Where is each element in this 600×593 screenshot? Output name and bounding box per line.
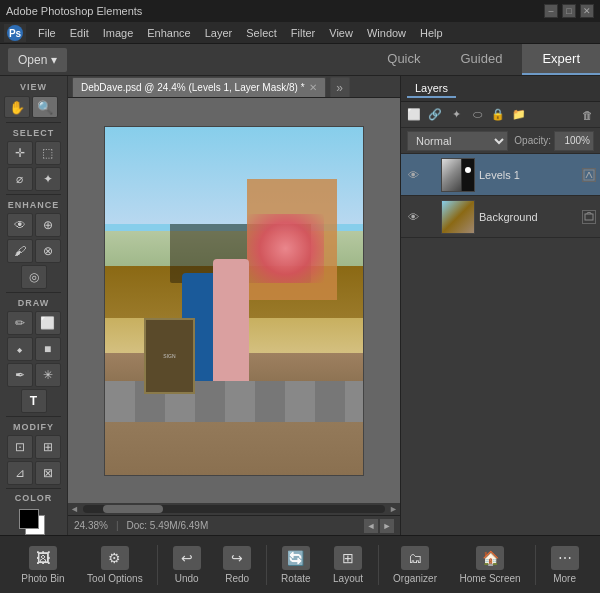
- magic-wand-tool[interactable]: ✦: [35, 167, 61, 191]
- svg-text:Ps: Ps: [9, 28, 22, 39]
- open-button[interactable]: Open ▾: [8, 48, 67, 72]
- menu-filter[interactable]: Filter: [285, 25, 321, 41]
- tab-quick[interactable]: Quick: [367, 44, 440, 75]
- layer-item-background[interactable]: 👁 Background: [401, 196, 600, 238]
- canvas-tab-label: DebDave.psd @ 24.4% (Levels 1, Layer Mas…: [81, 82, 305, 93]
- close-button[interactable]: ✕: [580, 4, 594, 18]
- tab-expert[interactable]: Expert: [522, 44, 600, 75]
- tabs-more-button[interactable]: »: [330, 77, 350, 97]
- content-move-tool[interactable]: ⊠: [35, 461, 61, 485]
- menu-layer[interactable]: Layer: [199, 25, 239, 41]
- paint-bucket-tool[interactable]: ⬥: [7, 337, 33, 361]
- move-tool[interactable]: ✛: [7, 141, 33, 165]
- blend-mode-select[interactable]: Normal Multiply Screen Overlay: [407, 131, 508, 151]
- app-title: Adobe Photoshop Elements: [6, 5, 142, 17]
- layout-icon: ⊞: [334, 546, 362, 570]
- clone-tool[interactable]: 🖌: [7, 239, 33, 263]
- opacity-label: Opacity:: [514, 135, 551, 146]
- menu-edit[interactable]: Edit: [64, 25, 95, 41]
- layer-visibility-levels1[interactable]: 👁: [405, 167, 421, 183]
- select-tools-row1: ✛ ⬚: [0, 140, 67, 166]
- right-panel: Layers ⬜ 🔗 ✦ ⬭ 🔒 📁 🗑 Normal Multiply Scr…: [400, 76, 600, 535]
- tab-guided[interactable]: Guided: [441, 44, 523, 75]
- crop-tool[interactable]: ⊡: [7, 435, 33, 459]
- opacity-input[interactable]: [554, 131, 594, 151]
- draw-section-label: DRAW: [0, 295, 67, 310]
- new-layer-btn[interactable]: ⬜: [405, 106, 423, 124]
- brush-tool[interactable]: ✏: [7, 311, 33, 335]
- eraser-tool[interactable]: ⬜: [35, 311, 61, 335]
- blur-tool[interactable]: ◎: [21, 265, 47, 289]
- mask-btn[interactable]: ⬭: [468, 106, 486, 124]
- bottom-divider-4: [535, 545, 536, 585]
- layer-style-btn[interactable]: ✦: [447, 106, 465, 124]
- recompose-tool[interactable]: ⊞: [35, 435, 61, 459]
- menu-image[interactable]: Image: [97, 25, 140, 41]
- marquee-tool[interactable]: ⬚: [35, 141, 61, 165]
- maximize-button[interactable]: □: [562, 4, 576, 18]
- canvas-scroll-area[interactable]: SIGN: [68, 98, 400, 503]
- main-area: VIEW ✋ 🔍 SELECT ✛ ⬚ ⌀ ✦ ENHANCE 👁 ⊕ 🖌 ⊗ …: [0, 76, 600, 535]
- menu-view[interactable]: View: [323, 25, 359, 41]
- menu-file[interactable]: File: [32, 25, 62, 41]
- layer-badge-levels1: [582, 168, 596, 182]
- minimize-button[interactable]: –: [544, 4, 558, 18]
- window-controls: – □ ✕: [544, 4, 594, 18]
- tab-layers[interactable]: Layers: [407, 80, 456, 98]
- stamp-tool[interactable]: ⊗: [35, 239, 61, 263]
- home-screen-button[interactable]: 🏠 Home Screen: [451, 542, 528, 588]
- fg-color-swatch[interactable]: [19, 509, 39, 529]
- layer-item-levels1[interactable]: 👁 Levels 1: [401, 154, 600, 196]
- canvas-tab-active[interactable]: DebDave.psd @ 24.4% (Levels 1, Layer Mas…: [72, 77, 326, 97]
- svg-rect-3: [585, 214, 593, 220]
- scrollbar-thumb[interactable]: [103, 505, 163, 513]
- modebar: Open ▾ Quick Guided Expert: [0, 44, 600, 76]
- redo-button[interactable]: ↪ Redo: [215, 542, 259, 588]
- zoom-tool[interactable]: 🔍: [32, 96, 58, 118]
- bottom-divider-3: [378, 545, 379, 585]
- more-label: More: [553, 573, 576, 584]
- organizer-button[interactable]: 🗂 Organizer: [385, 542, 445, 588]
- panel-toolbar: ⬜ 🔗 ✦ ⬭ 🔒 📁 🗑: [401, 102, 600, 128]
- redeye-tool[interactable]: ⊕: [35, 213, 61, 237]
- undo-button[interactable]: ↩ Undo: [165, 542, 209, 588]
- shape-tool[interactable]: ■: [35, 337, 61, 361]
- canvas-tabs-bar: DebDave.psd @ 24.4% (Levels 1, Layer Mas…: [68, 76, 400, 98]
- lock-btn[interactable]: 🔒: [489, 106, 507, 124]
- type-tool[interactable]: T: [21, 389, 47, 413]
- menu-window[interactable]: Window: [361, 25, 412, 41]
- status-arrow-right[interactable]: ►: [380, 519, 394, 533]
- tool-options-button[interactable]: ⚙ Tool Options: [79, 542, 151, 588]
- pen-tool[interactable]: ✒: [7, 363, 33, 387]
- bottombar: 🖼 Photo Bin ⚙ Tool Options ↩ Undo ↪ Redo…: [0, 535, 600, 593]
- hand-tool[interactable]: ✋: [4, 96, 30, 118]
- menu-enhance[interactable]: Enhance: [141, 25, 196, 41]
- left-toolbar: VIEW ✋ 🔍 SELECT ✛ ⬚ ⌀ ✦ ENHANCE 👁 ⊕ 🖌 ⊗ …: [0, 76, 68, 535]
- zoom-level: 24.38%: [74, 520, 108, 531]
- layout-button[interactable]: ⊞ Layout: [325, 542, 371, 588]
- undo-label: Undo: [175, 573, 199, 584]
- rotate-button[interactable]: 🔄 Rotate: [273, 542, 318, 588]
- eye-tool[interactable]: 👁: [7, 213, 33, 237]
- modify-section-label: MODIFY: [0, 419, 67, 434]
- divider-3: [6, 292, 61, 293]
- more-button[interactable]: ⋯ More: [543, 542, 587, 588]
- tool-options-icon: ⚙: [101, 546, 129, 570]
- layer-visibility-background[interactable]: 👁: [405, 209, 421, 225]
- enhance-section-label: ENHANCE: [0, 197, 67, 212]
- status-arrow-left[interactable]: ◄: [364, 519, 378, 533]
- menu-help[interactable]: Help: [414, 25, 449, 41]
- select-tools-row2: ⌀ ✦: [0, 166, 67, 192]
- straighten-tool[interactable]: ⊿: [7, 461, 33, 485]
- view-tools: ✋ 🔍: [0, 94, 67, 120]
- link-layers-btn[interactable]: 🔗: [426, 106, 444, 124]
- custom-shape-tool[interactable]: ✳: [35, 363, 61, 387]
- menu-select[interactable]: Select: [240, 25, 283, 41]
- lasso-tool[interactable]: ⌀: [7, 167, 33, 191]
- delete-layer-btn[interactable]: 🗑: [578, 106, 596, 124]
- horizontal-scrollbar[interactable]: ◄ ►: [68, 503, 400, 515]
- tool-options-label: Tool Options: [87, 573, 143, 584]
- group-btn[interactable]: 📁: [510, 106, 528, 124]
- photo-bin-button[interactable]: 🖼 Photo Bin: [13, 542, 72, 588]
- canvas-tab-close[interactable]: ✕: [309, 82, 317, 93]
